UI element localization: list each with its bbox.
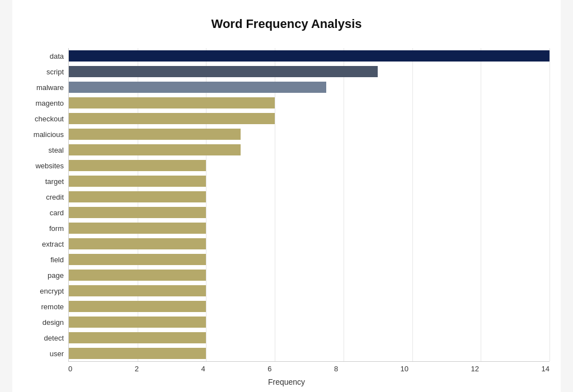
bar [69, 144, 241, 155]
x-tick-label: 4 [201, 365, 205, 373]
bar [69, 82, 326, 93]
bar-row [69, 267, 549, 283]
bar-row [69, 126, 549, 142]
bar-row [69, 236, 549, 252]
y-label: card [50, 205, 64, 220]
y-label: data [50, 48, 64, 64]
x-tick-label: 6 [267, 365, 271, 373]
bar [69, 176, 206, 187]
y-label: credit [46, 189, 64, 205]
x-tick-label: 8 [334, 365, 338, 373]
bar [69, 301, 206, 312]
bar-row [69, 189, 549, 205]
bar-row [69, 346, 549, 361]
y-label: extract [42, 236, 64, 252]
bar [69, 238, 206, 249]
x-tick-label: 0 [68, 365, 72, 373]
bars-wrapper: datascriptmalwaremagentocheckoutmaliciou… [24, 48, 549, 362]
x-tick-label: 14 [542, 365, 549, 373]
y-label: malware [36, 79, 64, 95]
bar [69, 332, 206, 343]
chart-container: Word Frequency Analysis datascriptmalwar… [12, 0, 561, 392]
bar [69, 50, 549, 62]
y-label: malicious [34, 126, 64, 142]
x-tick-label: 2 [135, 365, 139, 373]
y-label: target [45, 173, 64, 189]
bar [69, 66, 378, 77]
grid-line [549, 48, 550, 361]
x-axis: 02468101214 [24, 365, 549, 373]
bar [69, 129, 241, 140]
x-axis-title: Frequency [24, 377, 549, 386]
y-label: design [43, 314, 64, 330]
bar-row [69, 252, 549, 267]
bar-row [69, 299, 549, 314]
y-label: magento [35, 95, 64, 111]
x-tick-label: 10 [401, 365, 408, 373]
bar [69, 223, 206, 234]
y-label: page [48, 267, 64, 283]
y-label: user [50, 346, 64, 361]
y-label: detect [44, 330, 64, 346]
bar [69, 270, 206, 281]
y-label: script [46, 64, 64, 79]
bar-row [69, 283, 549, 299]
bar-row [69, 48, 549, 64]
bar [69, 254, 206, 265]
bar [69, 317, 206, 328]
chart-title: Word Frequency Analysis [24, 17, 549, 31]
y-label: field [50, 252, 64, 267]
bar-row [69, 205, 549, 220]
y-label: remote [41, 299, 64, 314]
bar [69, 97, 275, 108]
y-label: steal [49, 142, 64, 158]
bar-row [69, 220, 549, 236]
bar-row [69, 314, 549, 330]
bar-row [69, 64, 549, 79]
bar-row [69, 111, 549, 126]
chart-area: datascriptmalwaremagentocheckoutmaliciou… [24, 48, 549, 386]
x-axis-labels: 02468101214 [68, 365, 549, 373]
bar-row [69, 142, 549, 158]
bar-row [69, 330, 549, 346]
bar [69, 348, 206, 359]
bar [69, 160, 206, 171]
bar [69, 113, 275, 124]
bar-row [69, 79, 549, 95]
y-label: encrypt [40, 283, 64, 299]
y-label: checkout [35, 111, 64, 126]
y-label: form [49, 220, 64, 236]
bar-row [69, 95, 549, 111]
bars-panel [68, 48, 549, 362]
x-tick-label: 12 [471, 365, 479, 373]
bar [69, 207, 206, 218]
bar [69, 285, 206, 296]
y-axis: datascriptmalwaremagentocheckoutmaliciou… [24, 48, 68, 362]
bar-row [69, 173, 549, 189]
bar-row [69, 158, 549, 173]
y-label: websites [35, 158, 64, 173]
bar [69, 191, 206, 202]
